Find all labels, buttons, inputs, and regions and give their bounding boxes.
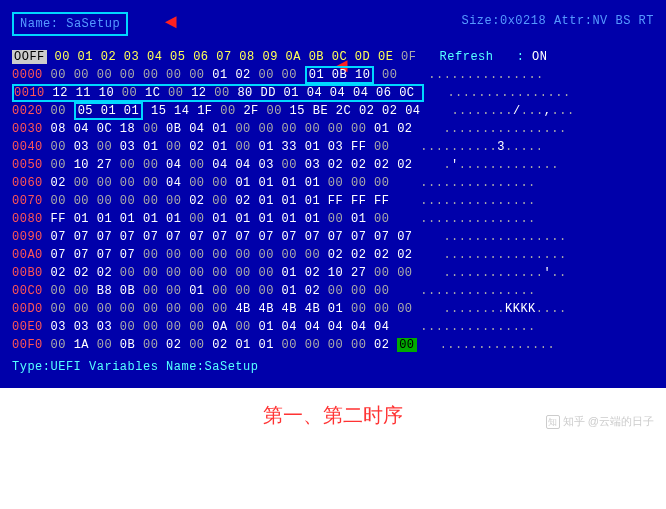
hex-row[interactable]: 0010 12 11 10 00 1C 00 12 00 80 DD 01 04… bbox=[12, 84, 654, 102]
refresh-label: Refresh bbox=[440, 50, 494, 64]
hex-row[interactable]: 0020 00 05 01 01 15 14 1F 00 2F 00 15 BE… bbox=[12, 102, 654, 120]
hex-dump-body: 0000 00 00 00 00 00 00 00 01 02 00 00 01… bbox=[12, 66, 654, 354]
col-labels: 00 01 02 03 04 05 06 07 08 09 0A 0B 0C 0… bbox=[55, 50, 394, 64]
type-label: Type: bbox=[12, 360, 51, 374]
hex-row[interactable]: 0050 00 10 27 00 00 04 00 04 04 03 00 03… bbox=[12, 156, 654, 174]
variable-name-box: Name: SaSetup bbox=[12, 12, 128, 36]
name-value: SaSetup bbox=[66, 17, 120, 31]
hex-row[interactable]: 0080 FF 01 01 01 01 01 00 01 01 01 01 01… bbox=[12, 210, 654, 228]
wm-user: 云端的日子 bbox=[599, 415, 654, 427]
refresh-sep: : bbox=[517, 50, 525, 64]
footer-name-value: SaSetup bbox=[205, 360, 259, 374]
refresh-value: ON bbox=[532, 50, 547, 64]
col-last: 0F bbox=[401, 50, 416, 64]
variable-attrs: Size:0x0218 Attr:NV BS RT bbox=[461, 12, 654, 36]
hex-row[interactable]: 0000 00 00 00 00 00 00 00 01 02 00 00 01… bbox=[12, 66, 654, 84]
hex-row[interactable]: 00C0 00 00 B8 0B 00 00 01 00 00 00 01 02… bbox=[12, 282, 654, 300]
hex-row[interactable]: 00D0 00 00 00 00 00 00 00 00 4B 4B 4B 4B… bbox=[12, 300, 654, 318]
hex-row[interactable]: 0090 07 07 07 07 07 07 07 07 07 07 07 07… bbox=[12, 228, 654, 246]
size-value: 0x0218 bbox=[500, 14, 546, 28]
hex-row[interactable]: 00A0 07 07 07 07 00 00 00 00 00 00 00 00… bbox=[12, 246, 654, 264]
offset-header: OOFF bbox=[12, 50, 47, 64]
hex-row[interactable]: 0030 08 04 0C 18 00 0B 04 01 00 00 00 00… bbox=[12, 120, 654, 138]
refresh-panel[interactable]: Refresh : ON bbox=[440, 50, 548, 64]
attr-label: Attr: bbox=[554, 14, 593, 28]
header-row: Name: SaSetup Size:0x0218 Attr:NV BS RT bbox=[12, 12, 654, 36]
watermark: 知知乎 @云端的日子 bbox=[546, 414, 654, 429]
hex-row[interactable]: 00E0 03 03 03 00 00 00 00 0A 00 01 04 04… bbox=[12, 318, 654, 336]
footer-status: Type:UEFI Variables Name:SaSetup bbox=[12, 358, 654, 376]
caption-text: 第一、第二时序 知知乎 @云端的日子 bbox=[0, 388, 666, 437]
footer-name-label: Name: bbox=[166, 360, 205, 374]
wm-site: 知乎 bbox=[563, 415, 585, 427]
hex-row[interactable]: 0070 00 00 00 00 00 00 02 00 02 01 01 01… bbox=[12, 192, 654, 210]
hex-row[interactable]: 0040 00 03 00 03 01 00 02 01 00 01 33 01… bbox=[12, 138, 654, 156]
caption: 第一、第二时序 bbox=[263, 404, 403, 426]
hex-row[interactable]: 0060 02 00 00 00 00 04 00 00 01 01 01 01… bbox=[12, 174, 654, 192]
column-header: OOFF 00 01 02 03 04 05 06 07 08 09 0A 0B… bbox=[12, 48, 654, 66]
wm-at: @ bbox=[588, 415, 599, 427]
type-value: UEFI Variables bbox=[51, 360, 159, 374]
zhihu-icon: 知 bbox=[546, 415, 560, 429]
size-label: Size: bbox=[461, 14, 500, 28]
hex-viewer-terminal: ◄ ◄ Name: SaSetup Size:0x0218 Attr:NV BS… bbox=[0, 0, 666, 388]
name-label: Name: bbox=[20, 17, 59, 31]
hex-row[interactable]: 00F0 00 1A 00 0B 00 02 00 02 01 01 00 00… bbox=[12, 336, 654, 354]
hex-row[interactable]: 00B0 02 02 02 00 00 00 00 00 00 00 01 02… bbox=[12, 264, 654, 282]
attr-value: NV BS RT bbox=[592, 14, 654, 28]
